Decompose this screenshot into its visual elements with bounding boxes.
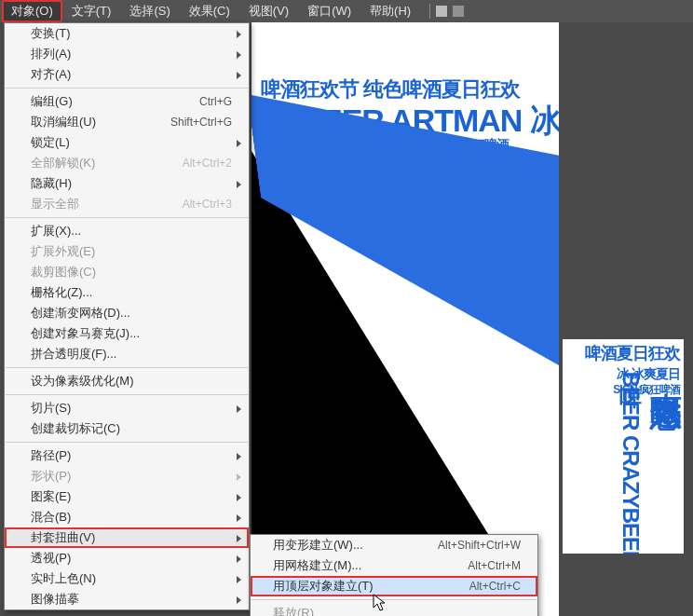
object-menu-dropdown: 变换(T)排列(A)对齐(A)编组(G)Ctrl+G取消编组(U)Shift+C… <box>4 22 250 610</box>
menu-item-label: 排列(A) <box>31 46 71 62</box>
toolbar-icon[interactable] <box>436 6 447 17</box>
menu-item[interactable]: 切片(S) <box>5 398 249 418</box>
menu-item: 扩展外观(E) <box>5 241 249 262</box>
artboard-left: 啤酒狂欢节 纯色啤酒夏日狂欢 疯 BEER ARTMAN 冰爽夏日 狂 纯生啤酒… <box>251 22 559 616</box>
menu-item[interactable]: 扩展(X)... <box>5 221 249 241</box>
submenu-item[interactable]: 用顶层对象建立(T)Alt+Ctrl+C <box>251 576 537 596</box>
menu-item-label: 编组(G) <box>31 93 73 110</box>
menu-item-label: 实时上色(N) <box>31 570 96 587</box>
art-text: 啤酒狂欢节 纯色啤酒夏日狂欢 <box>261 78 520 100</box>
menu-item-label: 透视(P) <box>31 550 71 567</box>
menu-item-label: 切片(S) <box>31 400 71 417</box>
artboard-right: 啤酒夏日狂欢 冰 冰爽夏日 SIGN 疯狂啤酒 爽 邀您喝 啤 BEER CRA… <box>563 339 684 554</box>
submenu-item[interactable]: 用变形建立(W)...Alt+Shift+Ctrl+W <box>251 535 537 555</box>
submenu-item-label: 用顶层对象建立(T) <box>273 578 374 595</box>
menu-object[interactable]: 对象(O) <box>2 0 62 22</box>
submenu-item-label: 用变形建立(W)... <box>273 537 363 554</box>
menu-item-label: 路径(P) <box>31 447 71 464</box>
menu-item[interactable]: 栅格化(Z)... <box>5 282 249 303</box>
menu-item-label: 扩展外观(E) <box>31 243 95 260</box>
submenu-item-label: 释放(R) <box>273 605 314 616</box>
menu-item-label: 对齐(A) <box>31 66 71 83</box>
menu-separator <box>251 599 537 600</box>
menu-item[interactable]: 变换(T) <box>5 23 249 44</box>
menu-item-label: 全部解锁(K) <box>31 155 95 171</box>
menu-shortcut: Ctrl+G <box>199 95 232 108</box>
menu-item[interactable]: 路径(P) <box>5 445 249 466</box>
menu-window[interactable]: 窗口(W) <box>298 0 360 22</box>
menu-effect[interactable]: 效果(C) <box>180 0 239 22</box>
menu-item[interactable]: 实时上色(N) <box>5 568 249 589</box>
envelope-distort-submenu: 用变形建立(W)...Alt+Shift+Ctrl+W用网格建立(M)...Al… <box>250 534 538 616</box>
menu-item-label: 设为像素级优化(M) <box>31 373 134 390</box>
menu-item-label: 创建裁切标记(C) <box>31 420 120 437</box>
separator <box>429 4 430 19</box>
menu-item[interactable]: 对齐(A) <box>5 64 249 85</box>
menu-shortcut: Alt+Shift+Ctrl+W <box>438 539 521 552</box>
menu-item[interactable]: 设为像素级优化(M) <box>5 371 249 391</box>
submenu-item[interactable]: 用网格建立(M)...Alt+Ctrl+M <box>251 555 537 576</box>
menu-item[interactable]: 混合(B) <box>5 507 249 527</box>
menu-item-label: 扩展(X)... <box>31 223 81 240</box>
menu-separator <box>6 394 248 395</box>
menu-select[interactable]: 选择(S) <box>120 0 179 22</box>
menu-item: 形状(P) <box>5 466 249 486</box>
submenu-item-label: 用网格建立(M)... <box>273 557 361 574</box>
menu-item[interactable]: 取消编组(U)Shift+Ctrl+G <box>5 112 249 132</box>
menu-shortcut: Shift+Ctrl+G <box>170 116 232 129</box>
menu-shortcut: Alt+Ctrl+2 <box>183 157 232 170</box>
menu-view[interactable]: 视图(V) <box>239 0 298 22</box>
menu-item-label: 混合(B) <box>31 509 71 526</box>
menu-item[interactable]: 编组(G)Ctrl+G <box>5 91 249 112</box>
menu-shortcut: Alt+Ctrl+3 <box>183 198 232 211</box>
art-text: 啤 BEER CRAZYBEER <box>619 367 643 554</box>
menubar: 对象(O) 文字(T) 选择(S) 效果(C) 视图(V) 窗口(W) 帮助(H… <box>0 0 693 22</box>
menu-item: 裁剪图像(C) <box>5 262 249 282</box>
menu-help[interactable]: 帮助(H) <box>360 0 420 22</box>
menu-item-label: 取消编组(U) <box>31 114 96 130</box>
menu-item[interactable]: 拼合透明度(F)... <box>5 344 249 364</box>
menu-item-label: 形状(P) <box>31 468 71 485</box>
art-text: 啤酒夏日狂欢 <box>585 345 680 363</box>
menu-separator <box>6 217 248 218</box>
menu-item: 全部解锁(K)Alt+Ctrl+2 <box>5 153 249 173</box>
menu-item-label: 创建对象马赛克(J)... <box>31 325 140 342</box>
menu-item[interactable]: 创建渐变网格(D)... <box>5 303 249 323</box>
art-text: 爽 邀您喝 <box>648 367 682 371</box>
menu-item-label: 封套扭曲(V) <box>31 529 95 546</box>
menu-item-label: 图案(E) <box>31 488 71 505</box>
menu-shortcut: Alt+Ctrl+M <box>468 559 521 572</box>
menu-item-label: 显示全部 <box>31 196 79 212</box>
menu-item[interactable]: 创建裁切标记(C) <box>5 418 249 439</box>
menu-item-label: 裁剪图像(C) <box>31 264 96 281</box>
menu-separator <box>6 367 248 368</box>
menu-item-label: 隐藏(H) <box>31 175 72 192</box>
menu-item[interactable]: 图案(E) <box>5 486 249 507</box>
menu-item-label: 栅格化(Z)... <box>31 284 92 301</box>
menu-separator <box>6 88 248 89</box>
menu-item[interactable]: 封套扭曲(V) <box>5 527 249 548</box>
menu-item-label: 图像描摹 <box>31 591 79 608</box>
menu-item-label: 变换(T) <box>31 25 71 42</box>
toolbar-icon[interactable] <box>453 6 464 17</box>
menu-item[interactable]: 锁定(L) <box>5 132 249 153</box>
toolbar-icons <box>429 4 464 19</box>
menu-item[interactable]: 创建对象马赛克(J)... <box>5 323 249 344</box>
menu-item-label: 锁定(L) <box>31 134 70 151</box>
menu-shortcut: Alt+Ctrl+C <box>469 580 521 593</box>
menu-type[interactable]: 文字(T) <box>62 0 121 22</box>
menu-separator <box>6 442 248 443</box>
menu-item-label: 创建渐变网格(D)... <box>31 305 130 322</box>
menu-item-label: 拼合透明度(F)... <box>31 346 116 363</box>
menu-item[interactable]: 图像描摹 <box>5 589 249 609</box>
menu-item[interactable]: 排列(A) <box>5 44 249 64</box>
submenu-item: 释放(R) <box>251 603 537 616</box>
menu-item[interactable]: 隐藏(H) <box>5 173 249 194</box>
menu-item[interactable]: 透视(P) <box>5 548 249 568</box>
menu-item: 显示全部Alt+Ctrl+3 <box>5 194 249 214</box>
